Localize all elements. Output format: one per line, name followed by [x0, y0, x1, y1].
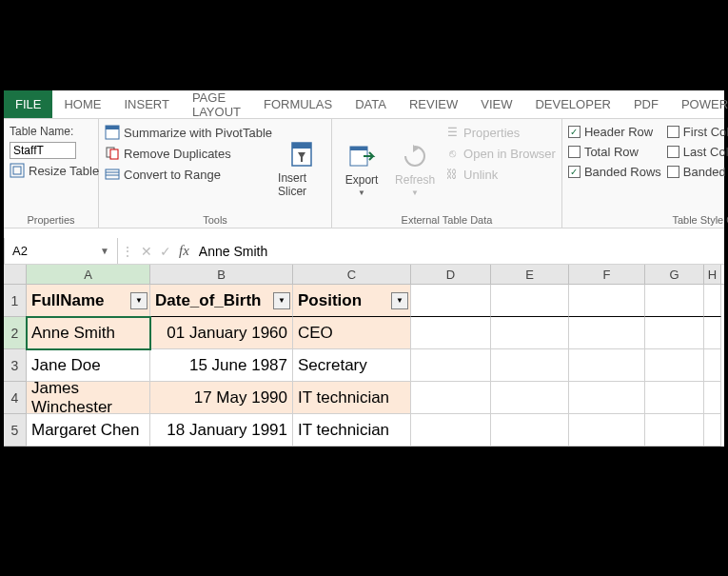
row-header-5[interactable]: 5: [4, 414, 27, 447]
convert-range-button[interactable]: Convert to Range: [105, 167, 272, 182]
tab-powerpivot[interactable]: POWERPIVOT: [670, 90, 728, 118]
name-box-value: A2: [12, 244, 28, 258]
cell-B4[interactable]: 17 May 1990: [150, 382, 293, 414]
column-header-E[interactable]: E: [491, 265, 569, 284]
cell-C3[interactable]: Secretary: [293, 349, 411, 382]
tab-home[interactable]: HOME: [52, 90, 112, 118]
row-header-2[interactable]: 2: [4, 317, 27, 349]
last-column-checkbox[interactable]: Last Column: [667, 145, 728, 159]
total-row-checkbox[interactable]: Total Row: [568, 145, 661, 159]
cell-E1[interactable]: [491, 285, 569, 317]
tab-insert[interactable]: INSERT: [112, 90, 180, 118]
cancel-formula-button[interactable]: ✕: [137, 238, 156, 264]
cell-A3[interactable]: Jane Doe: [27, 349, 150, 382]
cell-D3[interactable]: [411, 349, 491, 382]
cell-G5[interactable]: [645, 414, 704, 447]
filter-dropdown-Date_of_Birth[interactable]: ▼: [273, 292, 290, 309]
unlink-label: Unlink: [463, 168, 498, 182]
cell-H5[interactable]: [704, 414, 721, 447]
tab-developer[interactable]: DEVELOPER: [523, 90, 621, 118]
name-box[interactable]: A2 ▼: [4, 238, 118, 264]
filter-dropdown-FullName[interactable]: ▼: [130, 292, 148, 309]
cell-F5[interactable]: [569, 414, 645, 447]
column-header-C[interactable]: C: [293, 265, 411, 284]
table-name-input[interactable]: [10, 142, 76, 159]
cell-A2[interactable]: Anne Smith: [27, 317, 150, 349]
export-button[interactable]: Export ▼: [338, 125, 385, 212]
column-header-F[interactable]: F: [569, 265, 645, 284]
cell-H4[interactable]: [704, 382, 721, 414]
column-header-A[interactable]: A: [27, 265, 150, 284]
cell-G1[interactable]: [645, 285, 704, 317]
resize-table-button[interactable]: Resize Table: [10, 163, 92, 178]
column-header-B[interactable]: B: [150, 265, 293, 284]
svg-rect-13: [350, 147, 367, 150]
formula-btn-colon: ⋮: [118, 238, 137, 264]
tab-page-layout[interactable]: PAGE LAYOUT: [181, 90, 252, 118]
cell-A4[interactable]: James Winchester: [27, 382, 150, 414]
cell-F2[interactable]: [569, 317, 645, 349]
row-header-3[interactable]: 3: [4, 349, 27, 382]
formula-input[interactable]: [193, 238, 724, 264]
svg-rect-5: [110, 149, 118, 159]
banded-columns-checkbox[interactable]: Banded Columns: [667, 165, 728, 179]
tab-file[interactable]: FILE: [4, 90, 52, 118]
cell-C5[interactable]: IT technician: [293, 414, 411, 447]
cell-G3[interactable]: [645, 349, 704, 382]
cell-F4[interactable]: [569, 382, 645, 414]
cell-F1[interactable]: [569, 285, 645, 317]
cell-A5[interactable]: Margaret Chen: [27, 414, 150, 447]
cell-G2[interactable]: [645, 317, 704, 349]
cell-D5[interactable]: [411, 414, 491, 447]
cell-D2[interactable]: [411, 317, 491, 349]
cell-C4[interactable]: IT technician: [293, 382, 411, 414]
table-header-Date_of_Birth[interactable]: Date_of_Birth▼: [150, 285, 293, 317]
table-header-FullName[interactable]: FullName▼: [27, 285, 150, 317]
cell-H2[interactable]: [704, 317, 721, 349]
refresh-label: Refresh: [395, 173, 435, 187]
header-row-label: Header Row: [584, 125, 653, 139]
header-row-checkbox[interactable]: ✓Header Row: [568, 125, 661, 139]
insert-slicer-button[interactable]: Insert Slicer: [278, 125, 325, 212]
export-icon: [346, 141, 377, 171]
tab-data[interactable]: DATA: [344, 90, 398, 118]
tab-pdf[interactable]: PDF: [622, 90, 670, 118]
table-header-Position[interactable]: Position▼: [293, 285, 411, 317]
filter-dropdown-Position[interactable]: ▼: [391, 292, 408, 309]
column-header-G[interactable]: G: [645, 265, 704, 284]
cell-B3[interactable]: 15 June 1987: [150, 349, 293, 382]
cell-E5[interactable]: [491, 414, 569, 447]
cell-G4[interactable]: [645, 382, 704, 414]
cell-D1[interactable]: [411, 285, 491, 317]
tab-view[interactable]: VIEW: [469, 90, 523, 118]
cell-B5[interactable]: 18 January 1991: [150, 414, 293, 447]
cell-H1[interactable]: [704, 285, 721, 317]
tab-review[interactable]: REVIEW: [398, 90, 469, 118]
column-header-H[interactable]: H: [704, 265, 721, 284]
slicer-label: Insert Slicer: [278, 171, 325, 198]
remove-duplicates-button[interactable]: Remove Duplicates: [105, 146, 272, 161]
refresh-button[interactable]: Refresh ▼: [391, 125, 439, 212]
tab-formulas[interactable]: FORMULAS: [252, 90, 344, 118]
cell-B2[interactable]: 01 January 1960: [150, 317, 293, 349]
row-header-4[interactable]: 4: [4, 382, 27, 414]
cell-E3[interactable]: [491, 349, 569, 382]
select-all-corner[interactable]: [4, 265, 27, 284]
enter-formula-button[interactable]: ✓: [156, 238, 175, 264]
cell-H3[interactable]: [704, 349, 721, 382]
fx-icon[interactable]: fx: [175, 243, 193, 259]
cell-E2[interactable]: [491, 317, 569, 349]
spreadsheet-grid[interactable]: ABCDEFGH 1FullName▼Date_of_Birth▼Positio…: [4, 265, 724, 447]
cell-E4[interactable]: [491, 382, 569, 414]
first-column-checkbox[interactable]: First Column: [667, 125, 728, 139]
ribbon-tabs: FILE HOME INSERT PAGE LAYOUT FORMULAS DA…: [4, 90, 724, 119]
summarize-pivot-button[interactable]: Summarize with PivotTable: [105, 125, 272, 140]
cell-D4[interactable]: [411, 382, 491, 414]
cell-C2[interactable]: CEO: [293, 317, 411, 349]
chevron-down-icon[interactable]: ▼: [100, 246, 109, 256]
row-header-1[interactable]: 1: [4, 285, 27, 317]
banded-rows-checkbox[interactable]: ✓Banded Rows: [568, 165, 661, 179]
column-header-D[interactable]: D: [411, 265, 491, 284]
cell-F3[interactable]: [569, 349, 645, 382]
group-external: Export ▼ Refresh ▼ ☰ Properties ⎋ Open i…: [332, 119, 562, 228]
